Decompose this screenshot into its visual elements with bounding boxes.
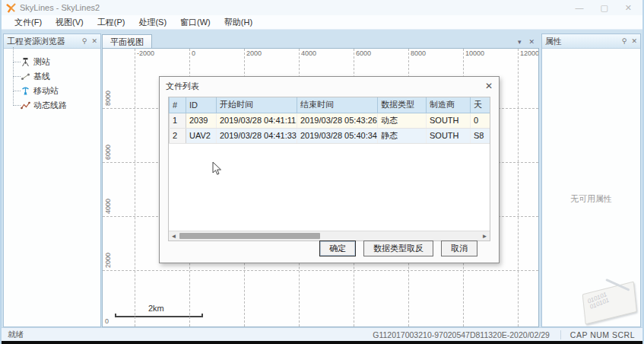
- table-cell: 2019/03/28 04:41:11.000: [217, 113, 297, 128]
- pin-icon[interactable]: ⚲: [82, 37, 87, 45]
- invert-datatype-button[interactable]: 数据类型取反: [363, 240, 433, 256]
- table-cell: SOUTH: [427, 128, 471, 143]
- table-cell: UAV2: [186, 128, 217, 143]
- x-tick-label: 0: [192, 49, 195, 57]
- x-tick-label: 6000: [356, 49, 371, 57]
- vertical-gridline: [135, 49, 135, 326]
- table-cell: S8: [471, 128, 491, 143]
- tab-plan-view[interactable]: 平面视图: [102, 34, 152, 48]
- tree-item-3[interactable]: 动态线路: [10, 98, 100, 113]
- table-cell: 2019/03/28 05:43:26.000: [297, 113, 378, 128]
- table-cell: 静态: [378, 128, 427, 143]
- menu-item-5[interactable]: 帮助(H): [217, 15, 259, 30]
- table-header-cell[interactable]: 制造商: [427, 97, 471, 113]
- menu-item-2[interactable]: 工程(P): [90, 15, 132, 30]
- table-cell: 2019/03/28 05:40:34.000: [297, 128, 378, 143]
- menu-item-4[interactable]: 窗口(W): [173, 15, 217, 30]
- close-icon[interactable]: ✕: [631, 37, 637, 45]
- table-header-cell[interactable]: 开始时间: [217, 97, 297, 113]
- menu-bar: 文件(F)视图(V)工程(P)处理(S)窗口(W)帮助(H): [2, 15, 642, 30]
- status-lock-indicators: CAP NUM SCRL: [560, 330, 635, 339]
- mouse-cursor: [212, 161, 222, 176]
- resource-tree: 测站基线移动站动态线路: [4, 49, 100, 113]
- tree-item-2[interactable]: 移动站: [10, 84, 100, 98]
- project-resource-panel: 工程资源浏览器 ⚲ ✕ 测站基线移动站动态线路: [3, 33, 101, 327]
- rover-icon: [21, 86, 30, 96]
- y-tick-label: 2000: [104, 253, 112, 268]
- menu-item-3[interactable]: 处理(S): [132, 15, 173, 30]
- horizontal-scrollbar[interactable]: ◄ ►: [169, 231, 490, 240]
- tree-item-label: 移动站: [33, 85, 59, 97]
- minimize-button[interactable]: —: [575, 3, 583, 13]
- tree-item-label: 基线: [33, 71, 50, 82]
- x-tick-label: 10000: [465, 49, 484, 57]
- x-tick-label: 8000: [411, 49, 426, 57]
- title-bar: SkyLines - SkyLines2 — ▢ ✕: [2, 0, 642, 15]
- file-table: #ID开始时间结束时间数据类型制造商天120392019/03/28 04:41…: [169, 97, 490, 144]
- x-tick-label: -2000: [137, 49, 154, 57]
- left-panel-title: 工程资源浏览器: [7, 36, 78, 47]
- table-header-cell[interactable]: #: [170, 97, 186, 113]
- close-icon[interactable]: ✕: [485, 81, 493, 91]
- view-tab-bar: 平面视图 ▾ ✕: [102, 33, 539, 48]
- tree-item-label: 测站: [33, 56, 50, 68]
- maximize-button[interactable]: ▢: [600, 3, 608, 13]
- table-header-cell[interactable]: 结束时间: [297, 97, 378, 113]
- tripod-icon: [21, 57, 30, 67]
- vertical-gridline: [518, 49, 519, 326]
- x-tick-label: 2000: [246, 49, 262, 57]
- tree-item-0[interactable]: 测站: [10, 55, 100, 69]
- y-tick-label: 4000: [104, 199, 112, 214]
- table-cell: 动态: [378, 113, 427, 128]
- menu-item-0[interactable]: 文件(F): [8, 15, 49, 30]
- table-row[interactable]: 120392019/03/28 04:41:11.0002019/03/28 0…: [170, 113, 491, 128]
- file-list-dialog: 文件列表 ✕ #ID开始时间结束时间数据类型制造商天120392019/03/2…: [159, 76, 500, 263]
- bottom-letterbox: [0, 341, 644, 344]
- app-logo-icon: [6, 3, 16, 13]
- close-button[interactable]: ✕: [625, 3, 632, 13]
- table-cell: 1: [170, 113, 186, 128]
- route-icon: [21, 100, 30, 110]
- table-cell: 2019/03/28 04:41:33.200: [217, 128, 297, 143]
- close-icon[interactable]: ✕: [91, 37, 97, 45]
- table-header-cell[interactable]: 数据类型: [378, 97, 427, 113]
- baseline-icon: [21, 72, 30, 81]
- status-serial-text: G112017003210-97020547D811320E-2020/02/2…: [373, 330, 550, 339]
- chevron-down-icon[interactable]: ▾: [518, 38, 522, 46]
- table-cell: 2: [170, 128, 186, 143]
- dialog-title: 文件列表: [166, 81, 485, 92]
- tree-item-label: 动态线路: [33, 100, 67, 111]
- table-row[interactable]: 2UAV22019/03/28 04:41:33.2002019/03/28 0…: [170, 128, 491, 143]
- close-icon[interactable]: ✕: [528, 38, 535, 46]
- horizontal-gridline: [103, 270, 538, 271]
- x-tick-label: 12000: [520, 49, 539, 57]
- right-panel-title: 属性: [545, 36, 617, 47]
- x-tick-label: 4000: [301, 49, 316, 57]
- y-tick-label: 8000: [104, 91, 112, 106]
- no-properties-text: 无可用属性: [542, 193, 640, 205]
- status-bar: 就绪 G112017003210-97020547D811320E-2020/0…: [2, 327, 642, 341]
- scroll-right-icon[interactable]: ►: [480, 233, 490, 240]
- scroll-left-icon[interactable]: ◄: [169, 233, 179, 240]
- origin-tick-label: 0: [105, 317, 109, 325]
- scrollbar-thumb[interactable]: [179, 233, 320, 239]
- ok-button[interactable]: 确定: [319, 240, 356, 256]
- dialog-button-row: 确定数据类型取反取消: [319, 240, 477, 256]
- status-ready-text: 就绪: [2, 330, 24, 340]
- application-window: SkyLines - SkyLines2 — ▢ ✕ 文件(F)视图(V)工程(…: [0, 0, 644, 344]
- cancel-button[interactable]: 取消: [441, 240, 477, 256]
- dialog-title-bar[interactable]: 文件列表 ✕: [160, 77, 499, 95]
- scale-bar-label: 2km: [148, 304, 203, 313]
- tree-item-1[interactable]: 基线: [10, 69, 100, 84]
- table-cell: 2039: [186, 113, 217, 128]
- pin-icon[interactable]: ⚲: [622, 37, 627, 45]
- table-header-cell[interactable]: 天: [471, 97, 491, 113]
- y-tick-label: 6000: [104, 145, 112, 160]
- window-title: SkyLines - SkyLines2: [20, 3, 575, 12]
- table-cell: 0: [471, 113, 491, 128]
- menu-item-1[interactable]: 视图(V): [49, 15, 90, 30]
- table-header-cell[interactable]: ID: [186, 97, 217, 113]
- table-cell: SOUTH: [427, 113, 471, 128]
